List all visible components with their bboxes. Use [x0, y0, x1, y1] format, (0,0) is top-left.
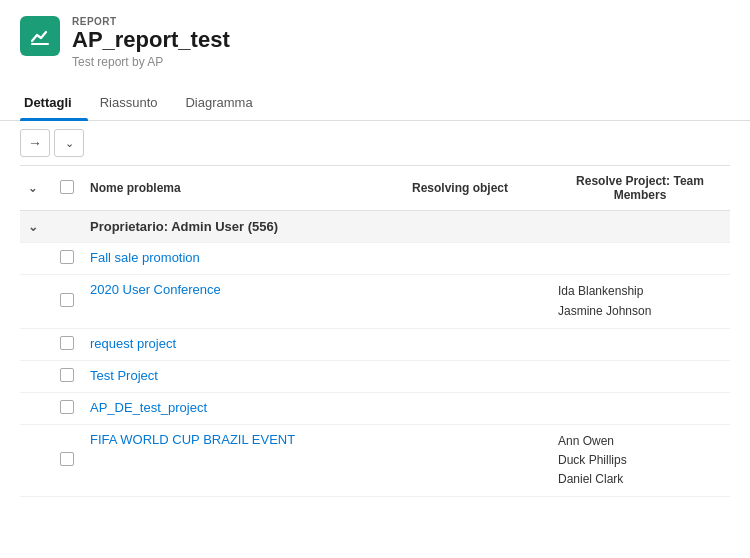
- tab-riassunto[interactable]: Riassunto: [96, 87, 174, 120]
- page-subtitle: Test report by AP: [72, 55, 230, 69]
- row-team-cell: [550, 392, 730, 424]
- row-checkbox-cell[interactable]: [52, 243, 82, 275]
- report-label: REPORT: [72, 16, 230, 27]
- table-row: AP_DE_test_project: [20, 392, 730, 424]
- table-body: ⌄ Proprietario: Admin User (556) Fall sa…: [20, 211, 730, 497]
- th-resolving: Resolving object: [370, 166, 550, 211]
- row-checkbox[interactable]: [60, 293, 74, 307]
- row-checkbox-cell[interactable]: [52, 360, 82, 392]
- table-header-row: ⌄ Nome problema Resolving object Resolve…: [20, 166, 730, 211]
- row-resolving-cell: [370, 424, 550, 497]
- row-checkbox[interactable]: [60, 336, 74, 350]
- tab-dettagli[interactable]: Dettagli: [20, 87, 88, 120]
- row-expand-cell: [20, 392, 52, 424]
- table-row: request project: [20, 328, 730, 360]
- chevron-down-icon: ⌄: [65, 137, 74, 150]
- table-row: Test Project: [20, 360, 730, 392]
- th-checkbox[interactable]: [52, 166, 82, 211]
- row-team-cell: Ida BlankenshipJasmine Johnson: [550, 275, 730, 328]
- tab-diagramma[interactable]: Diagramma: [181, 87, 268, 120]
- row-expand-cell: [20, 328, 52, 360]
- app-container: REPORT AP_report_test Test report by AP …: [0, 0, 750, 497]
- row-checkbox[interactable]: [60, 250, 74, 264]
- row-name-cell: Test Project: [82, 360, 370, 392]
- select-all-checkbox[interactable]: [60, 180, 74, 194]
- group-label: Proprietario: Admin User (556): [82, 211, 730, 243]
- dropdown-button[interactable]: ⌄: [54, 129, 84, 157]
- row-link[interactable]: FIFA WORLD CUP BRAZIL EVENT: [90, 432, 295, 447]
- row-expand-cell: [20, 243, 52, 275]
- group-row: ⌄ Proprietario: Admin User (556): [20, 211, 730, 243]
- table-row: 2020 User Conference Ida BlankenshipJasm…: [20, 275, 730, 328]
- row-resolving-cell: [370, 243, 550, 275]
- app-icon: [20, 16, 60, 56]
- team-member: Ann Owen: [558, 432, 722, 451]
- row-link[interactable]: request project: [90, 336, 176, 351]
- row-link[interactable]: AP_DE_test_project: [90, 400, 207, 415]
- group-checkbox-cell: [52, 211, 82, 243]
- table-wrapper: ⌄ Nome problema Resolving object Resolve…: [0, 165, 750, 497]
- row-link[interactable]: 2020 User Conference: [90, 282, 221, 297]
- row-resolving-cell: [370, 275, 550, 328]
- team-member: Jasmine Johnson: [558, 302, 722, 321]
- row-checkbox-cell[interactable]: [52, 392, 82, 424]
- table-row: FIFA WORLD CUP BRAZIL EVENT Ann OwenDuck…: [20, 424, 730, 497]
- export-icon: →: [28, 135, 42, 151]
- row-team-cell: Ann OwenDuck PhillipsDaniel Clark: [550, 424, 730, 497]
- team-member: Daniel Clark: [558, 470, 722, 489]
- th-expand: ⌄: [20, 166, 52, 211]
- team-members: Ida BlankenshipJasmine Johnson: [558, 282, 722, 320]
- row-name-cell: FIFA WORLD CUP BRAZIL EVENT: [82, 424, 370, 497]
- row-expand-cell: [20, 360, 52, 392]
- row-resolving-cell: [370, 392, 550, 424]
- row-expand-cell: [20, 424, 52, 497]
- team-member: Duck Phillips: [558, 451, 722, 470]
- row-resolving-cell: [370, 328, 550, 360]
- row-resolving-cell: [370, 360, 550, 392]
- team-members: Ann OwenDuck PhillipsDaniel Clark: [558, 432, 722, 490]
- th-team: Resolve Project: Team Members: [550, 166, 730, 211]
- row-team-cell: [550, 243, 730, 275]
- row-checkbox-cell[interactable]: [52, 275, 82, 328]
- row-name-cell: AP_DE_test_project: [82, 392, 370, 424]
- row-checkbox-cell[interactable]: [52, 328, 82, 360]
- group-chevron-icon: ⌄: [28, 220, 38, 234]
- row-link[interactable]: Fall sale promotion: [90, 250, 200, 265]
- row-checkbox[interactable]: [60, 400, 74, 414]
- page-title: AP_report_test: [72, 27, 230, 53]
- export-button[interactable]: →: [20, 129, 50, 157]
- row-team-cell: [550, 360, 730, 392]
- row-link[interactable]: Test Project: [90, 368, 158, 383]
- row-team-cell: [550, 328, 730, 360]
- team-member: Ida Blankenship: [558, 282, 722, 301]
- row-checkbox-cell[interactable]: [52, 424, 82, 497]
- row-name-cell: 2020 User Conference: [82, 275, 370, 328]
- tabs-bar: Dettagli Riassunto Diagramma: [0, 87, 750, 121]
- main-table: ⌄ Nome problema Resolving object Resolve…: [20, 165, 730, 497]
- row-checkbox[interactable]: [60, 452, 74, 466]
- row-name-cell: Fall sale promotion: [82, 243, 370, 275]
- toolbar: → ⌄: [0, 121, 750, 165]
- th-name: Nome problema: [82, 166, 370, 211]
- row-expand-cell: [20, 275, 52, 328]
- row-checkbox[interactable]: [60, 368, 74, 382]
- row-name-cell: request project: [82, 328, 370, 360]
- header-text: REPORT AP_report_test Test report by AP: [72, 16, 230, 69]
- header: REPORT AP_report_test Test report by AP: [0, 0, 750, 79]
- table-row: Fall sale promotion: [20, 243, 730, 275]
- group-chevron-cell: ⌄: [20, 211, 52, 243]
